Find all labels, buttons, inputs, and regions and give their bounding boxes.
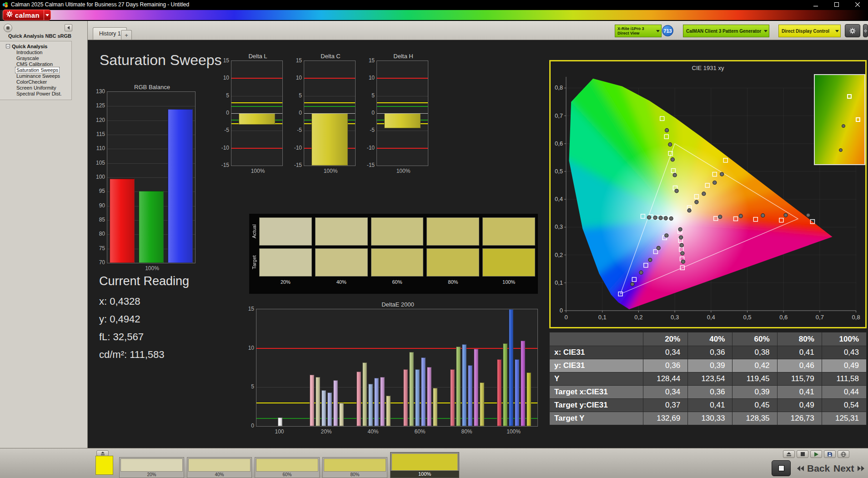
cie-measured-point	[668, 143, 672, 146]
svg-text:0,4: 0,4	[707, 314, 715, 321]
rainbow-gradient	[0, 10, 868, 20]
chevron-down-icon[interactable]	[656, 25, 660, 37]
pattern-level-button-60[interactable]: 60%	[255, 457, 320, 478]
table-cell: 0,41	[777, 346, 822, 359]
app-window: Calman 2025 Calman Ultimate for Business…	[0, 0, 868, 478]
bar	[427, 367, 431, 426]
y-tick-label: 125	[90, 102, 105, 109]
current-reading-title: Current Reading	[99, 274, 189, 288]
next-label: Next	[833, 463, 854, 474]
x-axis-label: 100%	[304, 168, 357, 174]
pattern-level-button-100[interactable]: 100%	[390, 452, 459, 478]
add-tab-button[interactable]: +	[121, 30, 132, 40]
svg-text:0,1: 0,1	[598, 314, 607, 321]
sidebar-item-spectral-power-dist-[interactable]: Spectral Power Dist.	[15, 91, 63, 96]
analysis-workspace: Saturation Sweeps RGB Balance 7075808590…	[88, 40, 868, 448]
table-column-header: 100%	[822, 332, 866, 346]
y-tick-label: -10	[215, 145, 229, 151]
y-tick-label: 75	[90, 245, 105, 252]
sidebar-item-luminance-sweeps[interactable]: Luminance Sweeps	[15, 73, 61, 79]
play-button[interactable]	[810, 450, 822, 458]
reference-line	[377, 102, 428, 103]
page-title: Saturation Sweeps	[100, 52, 222, 69]
workflow-button[interactable]	[4, 24, 12, 32]
sidebar-item-grayscale[interactable]: Grayscale	[15, 55, 40, 61]
pattern-generator-selector[interactable]: CalMAN Client 3 Pattern Generator	[683, 25, 769, 37]
save-button[interactable]	[824, 450, 836, 458]
cie-measured-point	[648, 258, 652, 262]
workflow-icon	[6, 26, 10, 30]
cie-measured-point	[631, 282, 634, 286]
sidebar-item-cms-calibration[interactable]: CMS Calibration	[15, 61, 54, 67]
chevron-down-icon[interactable]	[764, 25, 768, 37]
tab-bar: History 1 + X-Rite i1Pro 3 Direct View 7…	[88, 21, 868, 40]
bar	[368, 384, 373, 426]
logo-dropdown-arrow[interactable]	[44, 10, 50, 20]
sidebar-item-saturation-sweeps[interactable]: Saturation Sweeps	[15, 67, 59, 73]
table-cell: 0,45	[733, 399, 777, 412]
svg-text:0,7: 0,7	[555, 112, 563, 119]
tree-root[interactable]: Quick Analysis	[0, 43, 71, 49]
table-cell: 0,34	[643, 346, 688, 359]
svg-text:0,4: 0,4	[555, 196, 563, 202]
svg-text:0,5: 0,5	[743, 314, 751, 321]
pattern-level-label: 60%	[255, 472, 319, 478]
table-cell: 0,37	[643, 399, 688, 412]
table-cell: 130,33	[688, 412, 733, 425]
cie-measured-point	[659, 216, 662, 220]
close-button[interactable]	[847, 0, 868, 9]
next-button[interactable]: Next	[833, 460, 865, 476]
display-control-selector[interactable]: Direct Display Control	[778, 25, 841, 37]
bar	[468, 365, 472, 426]
bar	[311, 113, 348, 166]
settings-button[interactable]	[845, 24, 860, 37]
y-tick-label: 120	[90, 117, 105, 123]
deltae-2000-chart: DeltaE 2000 051015 10020%40%60%80%100%	[241, 301, 540, 436]
cie-measured-point	[671, 158, 674, 161]
meter-selector[interactable]: X-Rite i1Pro 3 Direct View	[615, 25, 662, 37]
chevron-down-icon[interactable]	[835, 25, 839, 37]
cie-measured-point	[806, 213, 810, 217]
pattern-level-button-80[interactable]: 80%	[322, 457, 387, 478]
tree-expander-icon[interactable]	[6, 44, 10, 48]
eject-button[interactable]	[783, 450, 795, 458]
saturation-level-labels: 20%40%60%80%100%	[249, 279, 535, 287]
bar	[462, 344, 467, 426]
y-tick-label: 70	[90, 259, 105, 266]
sidebar-item-screen-uniformity[interactable]: Screen Uniformity	[15, 85, 57, 91]
table-column-header: 80%	[777, 332, 822, 346]
color-swatch	[371, 248, 424, 277]
back-button[interactable]: Back	[797, 460, 830, 476]
table-cell: 0,49	[822, 359, 866, 372]
calman-logo[interactable]: calman	[3, 10, 51, 20]
sidebar-collapse-button[interactable]	[65, 24, 72, 31]
stop-session-button[interactable]	[772, 460, 791, 476]
pattern-level-button-40[interactable]: 40%	[187, 457, 252, 478]
gear-icon	[863, 27, 868, 35]
table-cell: 0,36	[688, 346, 733, 359]
network-button[interactable]	[838, 450, 849, 458]
table-cell: 128,35	[733, 412, 777, 425]
cie-measured-point	[665, 234, 668, 237]
cie-measured-point	[761, 214, 765, 217]
meter-count-badge: 713	[662, 25, 673, 36]
svg-text:0,1: 0,1	[555, 279, 563, 286]
y-tick-label: 10	[240, 345, 254, 351]
sidebar-item-introduction[interactable]: Introduction	[15, 50, 43, 55]
stop-button[interactable]	[797, 450, 808, 458]
y-tick-label: -15	[215, 162, 229, 168]
zero-line	[377, 113, 428, 114]
minimize-button[interactable]	[805, 0, 826, 9]
globe-icon	[841, 452, 846, 457]
maximize-button[interactable]	[826, 0, 847, 9]
table-cell: 115,79	[777, 372, 822, 386]
pattern-preview-swatch[interactable]	[95, 456, 113, 475]
x-axis-label: 100%	[107, 265, 197, 272]
sidebar-item-colorchecker[interactable]: ColorChecker	[15, 79, 48, 85]
pattern-level-label: 100%	[391, 471, 459, 478]
calman-flower-icon	[6, 11, 13, 19]
pattern-level-button-20[interactable]: 20%	[119, 457, 184, 478]
reference-line	[304, 106, 355, 107]
bar	[384, 113, 421, 128]
settings-button-partial[interactable]	[863, 24, 868, 37]
